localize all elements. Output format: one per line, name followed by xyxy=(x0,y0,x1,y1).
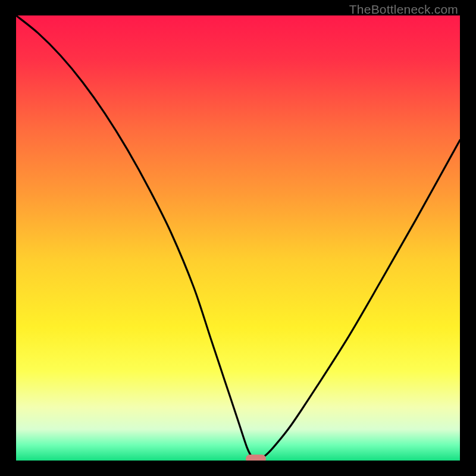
optimal-point-marker xyxy=(246,455,266,461)
chart-frame: TheBottleneck.com xyxy=(0,0,476,476)
plot-area xyxy=(16,15,460,461)
bottleneck-curve xyxy=(16,15,460,461)
watermark-text: TheBottleneck.com xyxy=(349,2,458,17)
